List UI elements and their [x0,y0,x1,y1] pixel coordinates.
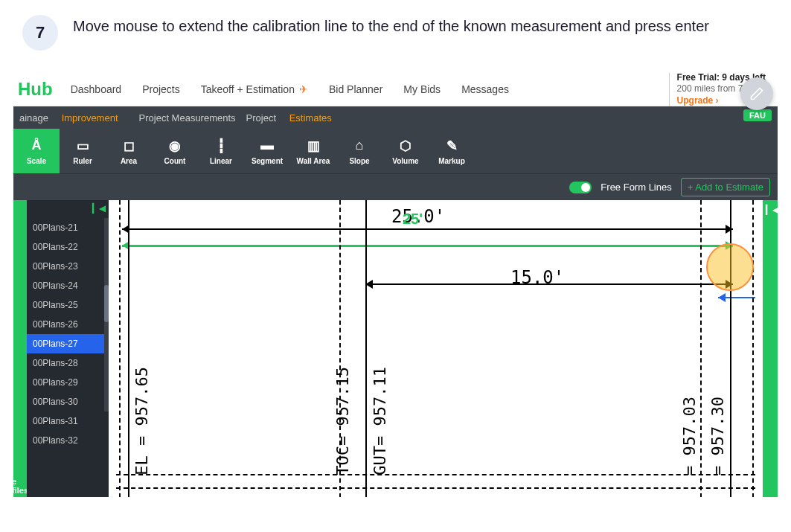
plan-item[interactable]: 00Plans-23 [27,257,109,276]
add-to-estimate-button[interactable]: + Add to Estimate [681,178,770,196]
plan-item[interactable]: 00Plans-21 [27,218,109,237]
nav-dashboard[interactable]: Dashboard [60,83,132,95]
calibration-line[interactable] [122,245,733,247]
tool-area[interactable]: ◻Area [106,129,152,173]
dimension-line-25 [122,228,733,230]
tool-segment[interactable]: ▬Segment [244,129,290,173]
linear-icon: ┇ [217,138,225,154]
count-icon: ◉ [169,138,181,154]
scale-icon: Å [32,138,42,154]
subnav-estimates[interactable]: Project Estimates [246,112,342,124]
plan-item[interactable]: 00Plans-29 [27,373,109,392]
rocket-icon: ✈ [299,83,308,95]
tool-scale[interactable]: ÅScale [13,129,60,173]
sidebar-collapse-icon[interactable]: ▎◀ [92,203,106,214]
calibration-endpoint-highlight[interactable] [706,243,754,291]
top-nav: Hub Dashboard Projects Takeoff + Estimat… [13,73,778,106]
calibration-value: 25' [403,211,423,228]
tool-volume[interactable]: ⬡Volume [382,129,429,173]
label-right-1: = 957.03 [680,397,699,475]
tool-linear[interactable]: ┇Linear [198,129,244,173]
tool-toolbar: ÅScale ▭Ruler ◻Area ◉Count ┇Linear ▬Segm… [13,129,778,173]
nav-bidplanner[interactable]: Bid Planner [318,83,393,95]
vline-1 [128,200,129,497]
nav-messages[interactable]: Messages [451,83,519,95]
vline-3 [365,200,367,497]
logo[interactable]: Hub [18,79,53,100]
vline-6 [752,200,754,497]
dimension-line-15 [365,283,733,285]
label-toc: TOC= 957.15 [333,367,352,475]
slope-icon: ⌂ [356,138,364,154]
nav-takeoff[interactable]: Takeoff + Estimation✈ [190,83,318,95]
plan-item[interactable]: 00Plans-31 [27,411,109,431]
plan-list: 00Plans-2100Plans-2200Plans-2300Plans-24… [27,200,109,450]
step-header: 7 Move mouse to extend the calibration l… [0,0,791,65]
edit-annotation-button[interactable] [740,77,773,110]
plan-item[interactable]: 00Plans-25 [27,295,109,315]
nav-mybids[interactable]: My Bids [393,83,451,95]
action-bar: Free Form Lines + Add to Estimate [13,173,778,200]
plan-item[interactable]: 00Plans-32 [27,431,109,450]
ruler-icon: ▭ [77,138,89,154]
fav-badge[interactable]: FAU [743,109,772,121]
blue-arrow [718,297,755,298]
plan-item[interactable]: 00Plans-27 [27,334,109,353]
tool-markup[interactable]: ✎Markup [429,129,475,173]
app-screenshot: Hub Dashboard Projects Takeoff + Estimat… [13,73,778,497]
drawing-canvas[interactable]: 25.0' 25' 15.0' EL = 957.65 TOC= 957.15 … [109,200,763,497]
vline-0 [119,200,121,497]
area-icon: ◻ [124,138,135,154]
label-right-2: = 957.30 [708,397,727,475]
plan-item[interactable]: 00Plans-22 [27,237,109,257]
step-instruction: Move mouse to extend the calibration lin… [73,15,709,37]
nav-projects[interactable]: Projects [132,83,190,95]
step-number-badge: 7 [22,15,58,51]
tool-ruler[interactable]: ▭Ruler [60,129,106,173]
plan-item[interactable]: 00Plans-26 [27,315,109,334]
markup-icon: ✎ [446,138,458,154]
plans-sidebar: ▎◀ 00Plans-2100Plans-2200Plans-2300Plans… [27,200,109,497]
freeform-toggle[interactable] [569,182,592,193]
subnav-measurements[interactable]: Project Measurements [139,112,236,124]
sub-nav: ainage Improvement Project Measurements … [13,106,778,129]
label-el: EL = 957.65 [132,367,151,475]
plan-item[interactable]: 00Plans-24 [27,276,109,295]
dash-bottom-2 [116,474,755,475]
right-green-edge[interactable]: ▎◀ [763,200,778,497]
tool-slope[interactable]: ⌂Slope [336,129,382,173]
vline-4 [700,200,702,497]
tool-wallarea[interactable]: ▥Wall Area [290,129,336,173]
wallarea-icon: ▥ [307,138,320,154]
workspace: e files ▎◀ 00Plans-2100Plans-2200Plans-2… [13,200,778,497]
left-green-edge[interactable]: e files [13,200,27,497]
plan-item[interactable]: 00Plans-30 [27,392,109,411]
freeform-label: Free Form Lines [601,182,671,193]
right-collapse-icon[interactable]: ▎◀ [766,205,778,215]
label-gut: GUT= 957.11 [371,367,389,475]
volume-icon: ⬡ [400,138,411,154]
tool-count[interactable]: ◉Count [152,129,198,173]
subnav-drainage[interactable]: ainage Improvement [19,112,129,124]
dash-bottom-1 [116,487,755,489]
segment-icon: ▬ [260,138,274,154]
plan-item[interactable]: 00Plans-28 [27,353,109,373]
